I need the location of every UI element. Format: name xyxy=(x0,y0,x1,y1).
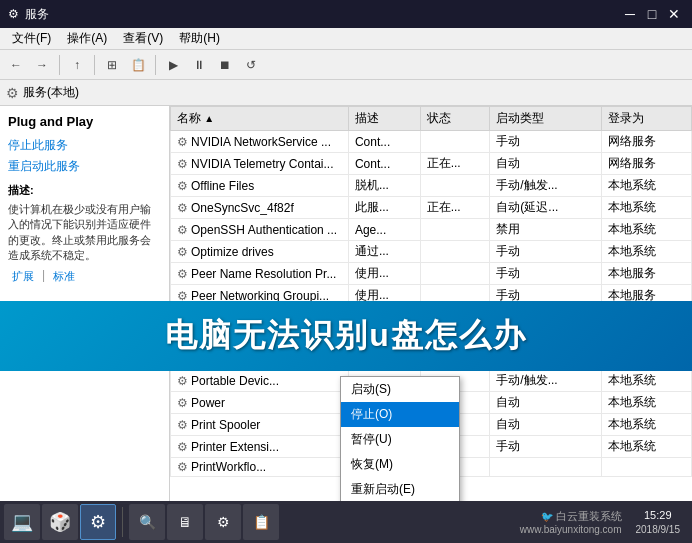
close-button[interactable]: ✕ xyxy=(664,4,684,24)
main-content: Plug and Play 停止此服务 重启动此服务 描述: 使计算机在极少或没… xyxy=(0,106,692,521)
expand-tabs: 扩展 | 标准 xyxy=(8,268,161,285)
cell-0: ⚙OpenSSH Authentication ... xyxy=(171,219,349,241)
cell-2: 正在... xyxy=(420,197,490,219)
context-menu-item-start[interactable]: 启动(S) xyxy=(341,377,459,402)
standard-tab[interactable]: 标准 xyxy=(49,268,79,285)
cell-1: Cont... xyxy=(348,153,420,175)
bottom-icon-系统信息[interactable]: 📋 xyxy=(243,504,279,540)
window-icon: ⚙ xyxy=(8,7,19,21)
cell-1: 此服... xyxy=(348,197,420,219)
minimize-button[interactable]: ─ xyxy=(620,4,640,24)
toolbar-sep-2 xyxy=(94,55,95,75)
cell-3: 手动/触发... xyxy=(490,370,601,392)
context-menu-item-restart[interactable]: 重新启动(E) xyxy=(341,477,459,502)
table-row[interactable]: ⚙Offline Files脱机...手动/触发...本地系统 xyxy=(171,175,692,197)
stop-button[interactable]: ⏹ xyxy=(213,53,237,77)
cell-1: 使用... xyxy=(348,263,420,285)
menu-action[interactable]: 操作(A) xyxy=(59,28,115,49)
maximize-button[interactable]: □ xyxy=(642,4,662,24)
restart-button[interactable]: ↺ xyxy=(239,53,263,77)
toolbar: ← → ↑ ⊞ 📋 ▶ ⏸ ⏹ ↺ xyxy=(0,50,692,80)
forward-button[interactable]: → xyxy=(30,53,54,77)
cell-1: Age... xyxy=(348,219,420,241)
desc-text: 使计算机在极少或没有用户输入的情况下能识别并适应硬件的更改。终止或禁用此服务会造… xyxy=(8,202,161,264)
cell-0: ⚙Power xyxy=(171,392,349,414)
cell-2 xyxy=(420,175,490,197)
back-button[interactable]: ← xyxy=(4,53,28,77)
cell-3: 自动 xyxy=(490,414,601,436)
cell-4 xyxy=(601,458,691,477)
context-menu-item-resume[interactable]: 恢复(M) xyxy=(341,452,459,477)
stop-service-link[interactable]: 停止此服务 xyxy=(8,137,161,154)
col-login[interactable]: 登录为 xyxy=(601,107,691,131)
watermark: 🐦 白云重装系统 www.baiyunxitong.com xyxy=(520,509,622,535)
cell-1: 脱机... xyxy=(348,175,420,197)
cell-3: 手动 xyxy=(490,263,601,285)
expand-tab[interactable]: 扩展 xyxy=(8,268,38,285)
cell-1: Cont... xyxy=(348,131,420,153)
up-button[interactable]: ↑ xyxy=(65,53,89,77)
clock-time: 15:29 xyxy=(636,508,681,522)
properties-button[interactable]: 📋 xyxy=(126,53,150,77)
play-button[interactable]: ▶ xyxy=(161,53,185,77)
col-desc[interactable]: 描述 xyxy=(348,107,420,131)
col-status[interactable]: 状态 xyxy=(420,107,490,131)
bottom-icon-系统配置[interactable]: ⚙ xyxy=(205,504,241,540)
table-row[interactable]: ⚙Peer Name Resolution Pr...使用...手动本地服务 xyxy=(171,263,692,285)
watermark-url: www.baiyunxitong.com xyxy=(520,524,622,535)
restart-service-link[interactable]: 重启动此服务 xyxy=(8,158,161,175)
taskbar-right: 🐦 白云重装系统 www.baiyunxitong.com 15:29 2018… xyxy=(512,508,688,535)
cell-2 xyxy=(420,263,490,285)
table-row[interactable]: ⚙OneSyncSvc_4f82f此服...正在...自动(延迟...本地系统 xyxy=(171,197,692,219)
window-title: 服务 xyxy=(25,6,49,23)
context-menu-item-pause[interactable]: 暂停(U) xyxy=(341,427,459,452)
cell-4: 本地系统 xyxy=(601,197,691,219)
cell-3: 自动(延迟... xyxy=(490,197,601,219)
cell-4: 本地系统 xyxy=(601,219,691,241)
menu-file[interactable]: 文件(F) xyxy=(4,28,59,49)
cell-3: 手动 xyxy=(490,131,601,153)
overlay-banner: 电脑无法识别u盘怎么办 xyxy=(0,301,692,371)
taskbar-item-此电脑[interactable]: 💻 xyxy=(4,504,40,540)
title-bar-controls: ─ □ ✕ xyxy=(620,4,684,24)
show-hide-button[interactable]: ⊞ xyxy=(100,53,124,77)
bottom-icon-碎片整理和优化驱动器[interactable]: 🖥 xyxy=(167,504,203,540)
table-row[interactable]: ⚙OpenSSH Authentication ...Age...禁用本地系统 xyxy=(171,219,692,241)
table-row[interactable]: ⚙NVIDIA NetworkService ...Cont...手动网络服务 xyxy=(171,131,692,153)
taskbar-item-服务[interactable]: ⚙ xyxy=(80,504,116,540)
cell-4: 本地系统 xyxy=(601,414,691,436)
address-bar: ⚙ 服务(本地) xyxy=(0,80,692,106)
cell-2 xyxy=(420,219,490,241)
cell-2 xyxy=(420,131,490,153)
title-bar: ⚙ 服务 ─ □ ✕ xyxy=(0,0,692,28)
clock-date: 2018/9/15 xyxy=(636,523,681,536)
cell-0: ⚙Portable Devic... xyxy=(171,370,349,392)
menu-help[interactable]: 帮助(H) xyxy=(171,28,228,49)
cell-4: 本地系统 xyxy=(601,392,691,414)
taskbar-item-3D 对象[interactable]: 🎲 xyxy=(42,504,78,540)
cell-3: 手动 xyxy=(490,241,601,263)
watermark-twitter-icon: 🐦 白云重装系统 xyxy=(520,509,622,524)
menu-bar: 文件(F) 操作(A) 查看(V) 帮助(H) xyxy=(0,28,692,50)
cell-1: 通过... xyxy=(348,241,420,263)
tab-sep: | xyxy=(42,268,45,285)
watermark-brand: 白云重装系统 xyxy=(556,510,622,522)
col-name[interactable]: 名称 ▲ xyxy=(171,107,349,131)
cell-4: 本地系统 xyxy=(601,436,691,458)
cell-3: 手动 xyxy=(490,436,601,458)
context-menu-item-stop[interactable]: 停止(O) xyxy=(341,402,459,427)
pause-button[interactable]: ⏸ xyxy=(187,53,211,77)
col-startup[interactable]: 启动类型 xyxy=(490,107,601,131)
cell-4: 本地系统 xyxy=(601,175,691,197)
cell-0: ⚙OneSyncSvc_4f82f xyxy=(171,197,349,219)
cell-3: 禁用 xyxy=(490,219,601,241)
menu-view[interactable]: 查看(V) xyxy=(115,28,171,49)
cell-0: ⚙Optimize drives xyxy=(171,241,349,263)
cell-2 xyxy=(420,241,490,263)
table-row[interactable]: ⚙NVIDIA Telemetry Contai...Cont...正在...自… xyxy=(171,153,692,175)
title-bar-left: ⚙ 服务 xyxy=(8,6,49,23)
table-row[interactable]: ⚙Optimize drives通过...手动本地系统 xyxy=(171,241,692,263)
cell-0: ⚙PrintWorkflo... xyxy=(171,458,349,477)
bottom-icon-事件查看器[interactable]: 🔍 xyxy=(129,504,165,540)
toolbar-sep-1 xyxy=(59,55,60,75)
